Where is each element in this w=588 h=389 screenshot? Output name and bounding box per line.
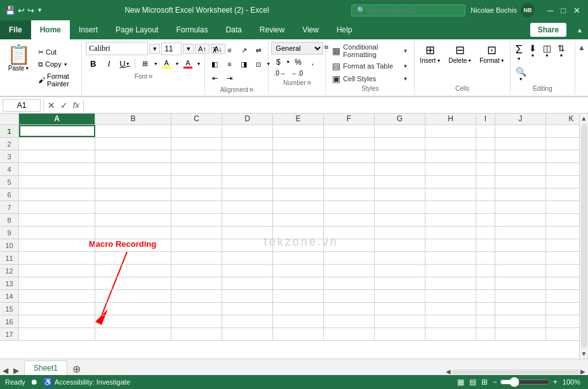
grid-cell[interactable] <box>375 328 425 340</box>
grid-cell[interactable] <box>95 265 171 277</box>
tab-insert[interactable]: Insert <box>70 20 107 39</box>
vertical-scrollbar[interactable]: ▲ ▼ <box>579 114 588 359</box>
align-center-btn[interactable]: ≡ <box>222 58 236 70</box>
paste-btn[interactable]: 📋 Paste ▼ <box>3 42 35 93</box>
col-header-I[interactable]: I <box>476 114 495 124</box>
grid-cell[interactable] <box>546 214 579 226</box>
grid-cell[interactable] <box>546 201 579 213</box>
grid-cell[interactable] <box>476 125 495 137</box>
status-accessibility[interactable]: ♿ Accessibility: Investigate <box>43 378 130 386</box>
grid-cell[interactable] <box>546 239 579 251</box>
align-top-center-btn[interactable]: ≡ <box>222 44 236 56</box>
horizontal-scrollbar[interactable]: ◀ ▶ <box>86 368 588 375</box>
row-number[interactable]: 14 <box>0 290 19 302</box>
grid-cell[interactable] <box>95 303 171 315</box>
grid-cell[interactable] <box>95 150 171 162</box>
grid-cell[interactable] <box>375 239 425 251</box>
grid-cell[interactable] <box>222 265 273 277</box>
currency-btn[interactable]: $ <box>271 56 285 69</box>
grid-cell[interactable] <box>19 214 95 226</box>
cell-styles-btn[interactable]: ▣ Cell Styles ▼ <box>330 72 410 85</box>
grid-cell[interactable] <box>425 252 476 264</box>
grid-cell[interactable] <box>476 227 495 239</box>
grid-cell[interactable] <box>425 315 476 327</box>
fill-color-dropdown[interactable]: ▼ <box>175 62 180 66</box>
h-scroll-right[interactable]: ▶ <box>580 368 585 375</box>
grid-cell[interactable] <box>324 239 375 251</box>
grid-cell[interactable] <box>95 188 171 201</box>
col-header-H[interactable]: H <box>425 114 476 124</box>
col-header-F[interactable]: F <box>324 114 375 124</box>
border-dropdown[interactable]: ▼ <box>154 62 158 66</box>
grid-cell[interactable] <box>171 150 222 162</box>
grid-cell[interactable] <box>375 201 425 213</box>
grid-cell[interactable] <box>19 188 95 201</box>
grid-cell[interactable] <box>476 150 495 162</box>
grid-cell[interactable] <box>546 188 579 201</box>
view-normal-btn[interactable]: ▦ <box>455 378 467 386</box>
col-header-D[interactable]: D <box>222 114 273 124</box>
grid-cell[interactable] <box>95 125 171 137</box>
grid-cell[interactable] <box>273 176 324 188</box>
grid-cell[interactable] <box>324 150 375 162</box>
grid-cell[interactable] <box>222 163 273 175</box>
font-size-input[interactable] <box>161 43 182 55</box>
comma-btn[interactable]: , <box>305 56 319 69</box>
insert-cell-btn[interactable]: ⊞ Insert ▼ <box>417 42 443 84</box>
restore-btn[interactable]: □ <box>558 6 568 15</box>
file-tab[interactable]: File <box>0 20 31 39</box>
row-number[interactable]: 3 <box>0 150 19 162</box>
grid-cell[interactable] <box>425 176 476 188</box>
grid-cell[interactable] <box>425 265 476 277</box>
scroll-down-btn[interactable]: ▼ <box>580 349 588 359</box>
grid-cell[interactable] <box>171 265 222 277</box>
avatar[interactable]: NB <box>521 3 535 17</box>
format-table-btn[interactable]: ▤ Format as Table ▼ <box>330 60 410 72</box>
grid-cell[interactable] <box>546 277 579 289</box>
grid-cell[interactable] <box>495 176 546 188</box>
row-number[interactable]: 2 <box>0 138 19 150</box>
grid-cell[interactable] <box>171 303 222 315</box>
grid-cell[interactable] <box>222 150 273 162</box>
grid-cell[interactable] <box>324 125 375 137</box>
align-right-btn[interactable]: ◨ <box>237 58 251 70</box>
row-number[interactable]: 11 <box>0 252 19 264</box>
grid-cell[interactable] <box>375 315 425 327</box>
tab-help[interactable]: Help <box>328 20 361 39</box>
tab-view[interactable]: View <box>293 20 328 39</box>
grid-cell[interactable] <box>495 214 546 226</box>
border-btn[interactable]: ⊞ <box>138 56 152 70</box>
sheet-nav-right[interactable]: ▶ <box>11 366 22 375</box>
grid-cell[interactable] <box>546 163 579 175</box>
grid-cell[interactable] <box>171 315 222 327</box>
percent-btn[interactable]: % <box>291 56 305 69</box>
grid-cell[interactable] <box>324 138 375 150</box>
row-number[interactable]: 13 <box>0 277 19 289</box>
grid-cell[interactable] <box>495 328 546 340</box>
cell-styles-dropdown[interactable]: ▼ <box>403 76 408 82</box>
grid-cell[interactable] <box>476 265 495 277</box>
grid-cell[interactable] <box>476 214 495 226</box>
font-color-btn[interactable]: A <box>181 56 196 70</box>
grid-cell[interactable] <box>222 214 273 226</box>
grid-cell[interactable] <box>425 239 476 251</box>
grid-cell[interactable] <box>273 252 324 264</box>
decrease-decimal-btn[interactable]: ←.0 <box>289 69 305 78</box>
grid-cell[interactable] <box>273 188 324 201</box>
indent-increase-btn[interactable]: ⇥ <box>222 72 236 84</box>
grid-cell[interactable] <box>546 303 579 315</box>
bold-btn[interactable]: B <box>86 56 100 70</box>
grid-cell[interactable] <box>425 125 476 137</box>
grid-cell[interactable] <box>19 315 95 327</box>
grid-cell[interactable] <box>425 188 476 201</box>
grid-cell[interactable] <box>95 290 171 302</box>
align-left-btn[interactable]: ◧ <box>208 58 222 70</box>
grid-cell[interactable] <box>171 138 222 150</box>
sum-btn[interactable]: Σ ▼ <box>513 42 525 62</box>
grid-cell[interactable] <box>222 290 273 302</box>
grid-cell[interactable] <box>324 201 375 213</box>
grid-cell[interactable] <box>476 188 495 201</box>
grid-cell[interactable] <box>495 315 546 327</box>
grid-cell[interactable] <box>546 265 579 277</box>
format-cell-btn[interactable]: ⊡ Format ▼ <box>477 42 507 84</box>
